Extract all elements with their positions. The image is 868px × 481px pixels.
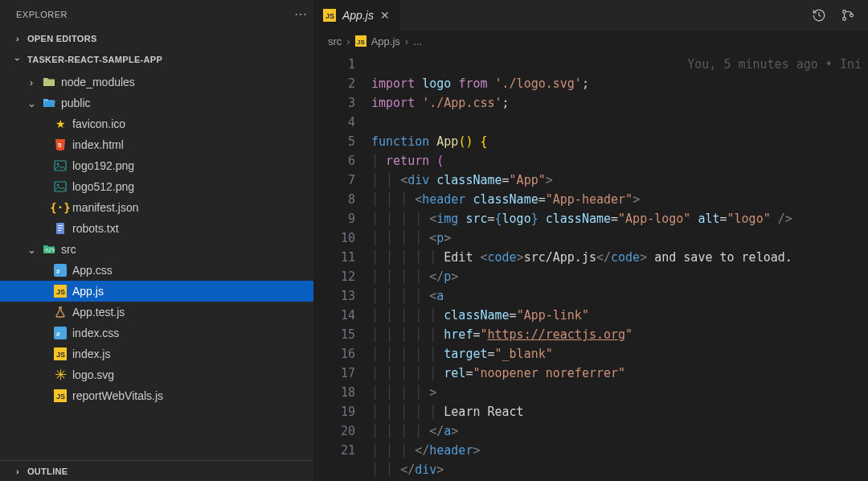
svg-rect-7 [58,228,63,228]
svg-text:5: 5 [58,142,62,149]
line-number: 12 [313,267,371,286]
breadcrumb-part[interactable]: ... [413,35,422,47]
workspace-label: TASKER-REACT-SAMPLE-APP [27,55,162,64]
flask-icon [53,305,68,319]
svg-rect-6 [58,225,63,226]
tree-item-label: public [61,97,91,109]
img-icon [53,158,68,173]
file-tree: ›node_modules⌄public★favicon.ico5index.h… [0,70,313,406]
file-row[interactable]: 5index.html [0,134,313,155]
line-number: 7 [313,171,371,190]
tab-label: App.js [342,9,374,22]
json-icon: {·} [53,200,68,215]
workspace-header[interactable]: › TASKER-REACT-SAMPLE-APP [0,49,313,70]
line-number: 15 [313,325,371,344]
compare-icon[interactable] [841,8,855,23]
line-number: 10 [313,228,371,248]
tree-item-label: robots.txt [72,222,119,235]
svg-point-23 [843,18,846,21]
tree-item-label: node_modules [61,76,135,88]
breadcrumb-part[interactable]: App.js [371,35,400,47]
js-icon: JS [355,35,366,47]
more-icon[interactable]: ⋯ [294,6,308,22]
tree-item-label: App.test.js [72,306,125,319]
explorer-sidebar: EXPLORER ⋯ › OPEN EDITORS › TASKER-REACT… [0,0,313,481]
file-row[interactable]: App.test.js [0,302,313,323]
folder-row[interactable]: ⌄</>src [0,239,313,260]
breadcrumb[interactable]: src › JS App.js › ... [313,31,868,51]
folder-row[interactable]: ⌄public [0,92,313,113]
editor-pane: JS App.js ✕ src › JS App.js › ... [313,0,868,481]
file-row[interactable]: ★favicon.ico [0,113,313,134]
tree-item-label: logo192.png [72,159,134,172]
css-icon: # [53,326,68,340]
file-row[interactable]: #index.css [0,323,313,343]
html5-icon: 5 [53,138,68,152]
chevron-down-icon: ⌄ [26,244,37,256]
chevron-down-icon: › [13,53,23,66]
css-icon: # [53,263,68,278]
open-editors-header[interactable]: › OPEN EDITORS [0,28,313,49]
line-number: 14 [313,306,371,325]
file-row[interactable]: robots.txt [0,218,313,239]
svg-rect-3 [55,182,66,191]
svg-rect-8 [58,230,61,231]
svg-text:JS: JS [56,351,65,359]
ast-icon: ✳ [53,368,68,382]
file-row[interactable]: {·}manifest.json [0,197,313,218]
code-area[interactable]: You, 5 minutes ago • Iniimport logo from… [371,51,868,481]
line-number: 4 [313,113,371,132]
line-number: 21 [313,441,371,460]
tree-item-label: logo512.png [72,180,134,193]
tree-item-label: src [61,243,76,256]
line-number: 5 [313,132,371,151]
folder-row[interactable]: ›node_modules [0,72,313,92]
git-blame-annotation: You, 5 minutes ago • Ini [687,55,862,74]
svg-point-22 [843,10,846,14]
tree-item-label: index.html [72,138,124,151]
svg-text:</>: </> [45,247,55,253]
history-icon[interactable] [812,8,826,23]
line-number: 6 [313,151,371,171]
svg-point-2 [57,163,59,166]
file-row[interactable]: logo512.png [0,176,313,197]
breadcrumb-part[interactable]: src [328,35,342,47]
svg-text:#: # [56,268,60,275]
chevron-right-icon: › [11,467,24,476]
close-icon[interactable]: ✕ [380,9,390,22]
line-number: 2 [313,74,371,93]
chevron-right-icon: › [405,35,408,47]
tree-item-label: manifest.json [72,201,138,214]
file-row[interactable]: JSreportWebVitals.js [0,385,313,406]
file-row[interactable]: ✳logo.svg [0,364,313,385]
file-row[interactable]: #App.css [0,260,313,281]
txt-icon [53,221,68,236]
line-number: 18 [313,383,371,402]
tree-item-label: favicon.ico [72,117,125,130]
explorer-title: EXPLORER [16,10,68,19]
folder-closed-icon [42,75,56,89]
line-number: 16 [313,344,371,364]
line-number: 17 [313,364,371,383]
tab-bar: JS App.js ✕ [313,0,868,31]
svg-text:#: # [56,331,60,338]
svg-point-24 [850,14,854,17]
tree-item-label: logo.svg [72,368,114,381]
line-number: 9 [313,209,371,228]
js-icon: JS [53,347,68,361]
line-number: 11 [313,248,371,267]
svg-text:JS: JS [56,393,65,401]
file-row[interactable]: JSindex.js [0,343,313,364]
folder-open-icon [42,96,56,110]
chevron-right-icon: › [26,76,37,88]
file-row[interactable]: logo192.png [0,155,313,176]
line-number: 20 [313,421,371,441]
outline-header[interactable]: › OUTLINE [0,460,313,481]
tree-item-label: App.css [72,264,113,277]
img-icon [53,179,68,194]
file-row[interactable]: JSApp.js [0,281,313,302]
open-editors-label: OPEN EDITORS [27,34,97,43]
tab-app-js[interactable]: JS App.js ✕ [313,0,400,31]
js-icon: JS [53,388,68,403]
svg-text:JS: JS [56,288,65,296]
